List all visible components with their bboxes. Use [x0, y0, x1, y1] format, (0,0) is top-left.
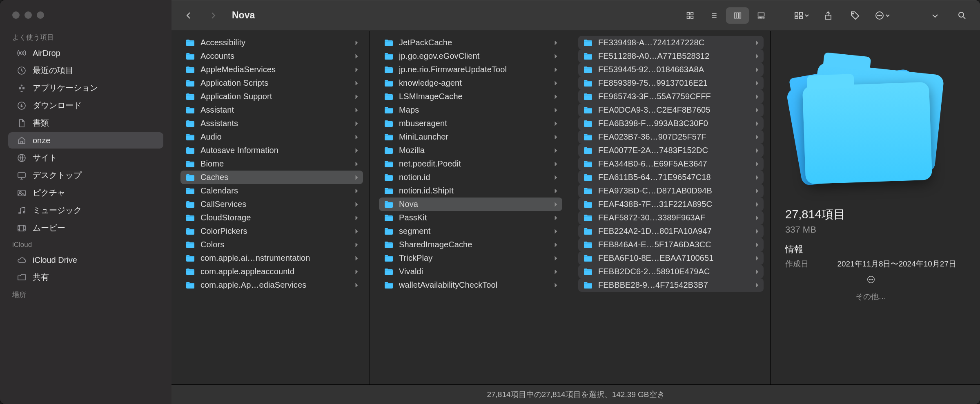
maximize-button[interactable] [37, 11, 44, 19]
folder-row[interactable]: Assistants [180, 117, 363, 130]
folder-row[interactable]: FE339498-A…7241247228C [578, 36, 764, 49]
sidebar-item-documents[interactable]: 書類 [8, 115, 163, 131]
column-3[interactable]: FE339498-A…7241247228CFE511288-A0…A771B5… [569, 31, 770, 384]
folder-row[interactable]: FE859389-75…99137016E21 [578, 76, 764, 90]
sidebar-item-pictures[interactable]: ピクチャ [8, 184, 163, 201]
chevron-right-icon [553, 65, 558, 74]
column-2[interactable]: JetPackCachejp.go.egov.eGovClientjp.ne.r… [370, 31, 569, 384]
folder-row[interactable]: Assistant [180, 103, 363, 117]
folder-row[interactable]: FEB846A4-E…5F17A6DA3CC [578, 238, 764, 251]
folder-row[interactable]: LSMImageCache [379, 90, 562, 103]
close-button[interactable] [12, 11, 20, 19]
folder-row[interactable]: Vivaldi [379, 265, 562, 278]
search-button[interactable] [954, 8, 970, 23]
folder-row[interactable]: FE539445-92…0184663A8A [578, 63, 764, 76]
folder-row[interactable]: Calendars [180, 184, 363, 198]
folder-row[interactable]: FEAF5872-30…3389F963AF [578, 211, 764, 224]
folder-row[interactable]: notion.id [379, 171, 562, 184]
folder-row[interactable]: com.apple.ai…nstrumentation [180, 251, 363, 265]
folder-row[interactable]: FEBA6F10-8E…EBAA7100651 [578, 251, 764, 265]
folder-row[interactable]: com.apple.Ap…ediaServices [180, 278, 363, 292]
folder-row[interactable]: Mozilla [379, 144, 562, 157]
folder-row[interactable]: FEB224A2-1D…801FA10A947 [578, 224, 764, 238]
view-gallery-button[interactable] [750, 7, 773, 24]
folder-label: com.apple.appleaccountd [200, 267, 358, 276]
folder-row[interactable]: Audio [180, 130, 363, 144]
folder-row[interactable]: FEA344B0-6…E69F5AE3647 [578, 157, 764, 171]
folder-row[interactable]: knowledge-agent [379, 76, 562, 90]
folder-row[interactable]: net.poedit.Poedit [379, 157, 562, 171]
folder-icon [583, 160, 593, 168]
forward-button[interactable] [206, 8, 220, 23]
folder-row[interactable]: Colors [180, 238, 363, 251]
sidebar-item-icloud-drive[interactable]: iCloud Drive [8, 252, 163, 268]
more-button[interactable] [874, 8, 890, 23]
folder-row[interactable]: Nova [379, 198, 562, 211]
folder-row[interactable]: FEA0DCA9-3…C2E4F8B7605 [578, 103, 764, 117]
sidebar-item-downloads[interactable]: ダウンロード [8, 97, 163, 114]
folder-row[interactable]: Accounts [180, 49, 363, 63]
dropdown-button[interactable] [927, 8, 943, 23]
group-button[interactable] [793, 8, 809, 23]
minimize-button[interactable] [24, 11, 32, 19]
folder-icon [583, 241, 593, 249]
sidebar-item-movies[interactable]: ムービー [8, 220, 163, 236]
folder-row[interactable]: MiniLauncher [379, 130, 562, 144]
preview-more-button[interactable] [866, 275, 875, 284]
folder-row[interactable]: jp.go.egov.eGovClient [379, 49, 562, 63]
view-columns-button[interactable] [726, 7, 749, 24]
folder-row[interactable]: ColorPickers [180, 224, 363, 238]
folder-label: Assistants [200, 119, 358, 128]
sidebar-item-recents[interactable]: 最近の項目 [8, 62, 163, 79]
folder-row[interactable]: Caches [180, 171, 363, 184]
sidebar-item-airdrop[interactable]: AirDrop [8, 45, 163, 61]
folder-row[interactable]: FEBB2DC6-2…58910E479AC [578, 265, 764, 278]
share-button[interactable] [820, 8, 836, 23]
folder-row[interactable]: CloudStorage [180, 211, 363, 224]
folder-row[interactable]: SharedImageCache [379, 238, 562, 251]
folder-row[interactable]: Autosave Information [180, 144, 363, 157]
chevron-right-icon [553, 200, 558, 209]
folder-row[interactable]: jp.ne.rio.FirmwareUpdateTool [379, 63, 562, 76]
folder-row[interactable]: Biome [180, 157, 363, 171]
chevron-right-icon [354, 119, 359, 128]
folder-row[interactable]: mbuseragent [379, 117, 562, 130]
view-icons-button[interactable] [679, 7, 702, 24]
folder-row[interactable]: FEA6B398-F…993AB3C30F0 [578, 117, 764, 130]
tag-button[interactable] [847, 8, 863, 23]
sidebar-item-music[interactable]: ミュージック [8, 202, 163, 219]
folder-row[interactable]: AppleMediaServices [180, 63, 363, 76]
folder-row[interactable]: com.apple.appleaccountd [180, 265, 363, 278]
folder-row[interactable]: FEBBBE28-9…4F71542B3B7 [578, 278, 764, 292]
sidebar-item-shared[interactable]: 共有 [8, 269, 163, 286]
preview-other-label[interactable]: その他… [855, 291, 886, 302]
sidebar-item-sites[interactable]: サイト [8, 149, 163, 166]
sidebar-item-home[interactable]: onze [8, 132, 163, 149]
folder-row[interactable]: JetPackCache [379, 36, 562, 49]
folder-row[interactable]: FEA973BD-C…D871AB0D94B [578, 184, 764, 198]
folder-row[interactable]: Application Scripts [180, 76, 363, 90]
folder-row[interactable]: FEAF438B-7F…31F221A895C [578, 198, 764, 211]
folder-row[interactable]: Accessibility [180, 36, 363, 49]
folder-row[interactable]: Maps [379, 103, 562, 117]
folder-row[interactable]: Application Support [180, 90, 363, 103]
folder-row[interactable]: CallServices [180, 198, 363, 211]
folder-row[interactable]: TrickPlay [379, 251, 562, 265]
folder-row[interactable]: segment [379, 224, 562, 238]
folder-row[interactable]: FE511288-A0…A771B528312 [578, 49, 764, 63]
back-button[interactable] [181, 8, 196, 23]
folder-row[interactable]: FE965743-3F…55A7759CFFF [578, 90, 764, 103]
sidebar-item-desktop[interactable]: デスクトップ [8, 167, 163, 184]
column-1[interactable]: AccessibilityAccountsAppleMediaServicesA… [172, 31, 370, 384]
view-list-button[interactable] [702, 7, 725, 24]
preview-pane: 27,814項目 337 MB 情報 作成日 2021年11月8日〜2024年1… [770, 31, 971, 384]
chevron-right-icon [553, 267, 558, 276]
folder-row[interactable]: FEA611B5-64…71E96547C18 [578, 171, 764, 184]
folder-row[interactable]: FEA023B7-36…907D25F57F [578, 130, 764, 144]
folder-row[interactable]: notion.id.ShipIt [379, 184, 562, 198]
folder-row[interactable]: FEA0077E-2A…7483F152DC [578, 144, 764, 157]
folder-row[interactable]: PassKit [379, 211, 562, 224]
chevron-right-icon [755, 280, 760, 290]
sidebar-item-applications[interactable]: アプリケーション [8, 80, 163, 96]
folder-row[interactable]: walletAvailabilityCheckTool [379, 278, 562, 292]
